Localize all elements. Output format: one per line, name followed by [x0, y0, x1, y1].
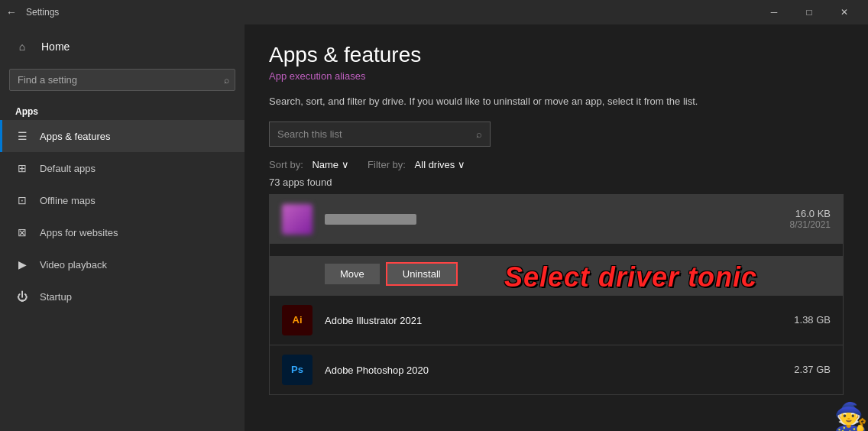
app-meta: 1.38 GB [794, 314, 831, 326]
home-icon: ⌂ [15, 40, 29, 53]
sidebar-item-apps-features[interactable]: ☰ Apps & features [0, 120, 245, 152]
uninstall-button[interactable]: Uninstall [386, 262, 458, 286]
titlebar-title: Settings [26, 7, 756, 18]
app-item-main: 16.0 KB 8/31/2021 [270, 195, 843, 244]
sidebar-section-label: Apps [0, 100, 245, 120]
window-controls: ─ □ ✕ [756, 0, 862, 24]
sidebar-item-default-apps[interactable]: ⊞ Default apps [0, 152, 245, 184]
app-name-blurred [325, 214, 416, 225]
app-name: Adobe Photoshop 2020 [325, 365, 429, 376]
sidebar-item-home[interactable]: ⌂ Home [0, 31, 245, 63]
app-size: 2.37 GB [794, 364, 831, 375]
table-row[interactable]: 16.0 KB 8/31/2021 Move Uninstall [270, 195, 843, 296]
back-button[interactable]: ← [6, 6, 17, 18]
default-apps-icon: ⊞ [15, 161, 29, 175]
sidebar: ⌂ Home ⌕ Apps ☰ Apps & features ⊞ Defaul… [0, 24, 245, 431]
filter-label: Filter by: [368, 159, 406, 170]
apps-features-icon: ☰ [15, 129, 29, 143]
sort-label: Sort by: [269, 159, 303, 170]
sidebar-item-offline-maps[interactable]: ⊡ Offline maps [0, 184, 245, 216]
app-meta: 16.0 KB 8/31/2021 [790, 208, 831, 230]
filter-bar: Sort by: Name ∨ Filter by: All drives ∨ [269, 159, 844, 170]
sidebar-item-label: Offline maps [40, 195, 96, 206]
app-search-box: ⌕ [269, 122, 491, 147]
app-date: 8/31/2021 [790, 219, 831, 230]
table-row[interactable]: Ai Adobe Illustrator 2021 1.38 GB [270, 296, 843, 345]
app-execution-aliases-link[interactable]: App execution aliases [269, 70, 844, 82]
sidebar-item-startup[interactable]: ⏻ Startup [0, 280, 245, 313]
sidebar-item-label: Apps & features [40, 131, 111, 142]
move-button[interactable]: Move [325, 264, 380, 284]
app-meta: 2.37 GB [794, 364, 831, 375]
close-button[interactable]: ✕ [827, 0, 862, 24]
offline-maps-icon: ⊡ [15, 193, 29, 207]
sidebar-search-icon: ⌕ [224, 75, 229, 86]
sidebar-search-container: ⌕ [9, 69, 235, 91]
app-info: Adobe Photoshop 2020 [325, 363, 782, 377]
app-name: Adobe Illustrator 2021 [325, 315, 422, 326]
sidebar-item-label: Apps for websites [40, 227, 118, 238]
app-icon: Ai [282, 305, 313, 335]
sidebar-item-label: Default apps [40, 163, 96, 174]
app-icon [282, 204, 313, 235]
sidebar-item-label: Startup [40, 291, 72, 303]
titlebar: ← Settings ─ □ ✕ [0, 0, 868, 24]
apps-count: 73 apps found [269, 177, 844, 188]
page-title: Apps & features [269, 43, 844, 67]
filter-dropdown[interactable]: Filter by: All drives ∨ [368, 159, 465, 170]
app-list: 16.0 KB 8/31/2021 Move Uninstall Ai Adob… [269, 194, 844, 395]
table-row[interactable]: Ps Adobe Photoshop 2020 2.37 GB [270, 345, 843, 394]
video-playback-icon: ▶ [15, 258, 29, 271]
filter-chevron-icon: ∨ [458, 159, 465, 170]
apps-websites-icon: ⊠ [15, 225, 29, 239]
app-info: Adobe Illustrator 2021 [325, 313, 782, 327]
sort-value: Name [312, 159, 338, 170]
sort-dropdown[interactable]: Sort by: Name ∨ [269, 159, 349, 170]
sidebar-home-label: Home [41, 41, 70, 53]
startup-icon: ⏻ [15, 290, 29, 303]
filter-value: All drives [415, 159, 455, 170]
content-description: Search, sort, and filter by drive. If yo… [269, 94, 844, 109]
sidebar-item-apps-websites[interactable]: ⊠ Apps for websites [0, 216, 245, 248]
minimize-button[interactable]: ─ [756, 0, 792, 24]
app-search-icon: ⌕ [468, 122, 490, 146]
app-icon: Ps [282, 355, 313, 385]
app-search-input[interactable] [270, 122, 468, 146]
sidebar-item-label: Video playback [40, 259, 107, 271]
app-size: 1.38 GB [794, 314, 831, 326]
content-area: Apps & features App execution aliases Se… [245, 24, 868, 431]
app-actions: Move Uninstall [270, 256, 843, 295]
corner-character: 🧙 [834, 403, 868, 431]
main-layout: ⌂ Home ⌕ Apps ☰ Apps & features ⊞ Defaul… [0, 24, 868, 431]
app-size: 16.0 KB [790, 208, 831, 219]
app-info [325, 214, 778, 225]
sidebar-item-video-playback[interactable]: ▶ Video playback [0, 248, 245, 280]
sidebar-search-input[interactable] [9, 69, 235, 91]
maximize-button[interactable]: □ [792, 0, 827, 24]
sort-chevron-icon: ∨ [342, 159, 349, 170]
